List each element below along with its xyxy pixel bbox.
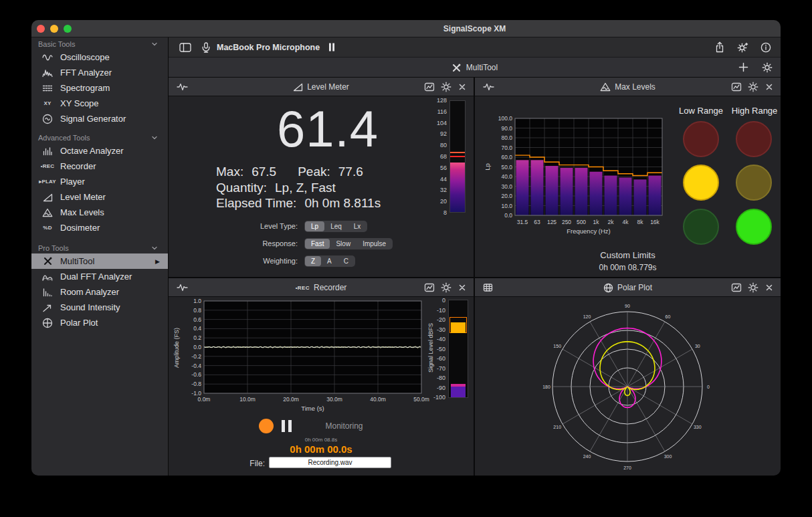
svg-text:-0.8: -0.8: [191, 381, 201, 387]
indicator-high-green: [736, 209, 772, 245]
panel-settings-button[interactable]: [748, 282, 758, 293]
svg-text:270: 270: [623, 466, 631, 470]
section-header-advanced-tools[interactable]: Advanced Tools: [38, 132, 168, 143]
svg-text:90: 90: [625, 304, 630, 308]
svg-text:300: 300: [664, 454, 672, 459]
app-settings-button[interactable]: [737, 42, 748, 53]
dosimeter-icon: %D: [39, 225, 56, 231]
svg-text:4k: 4k: [623, 219, 629, 225]
sidebar-item-octave-analyzer[interactable]: Octave Analyzer: [31, 143, 168, 159]
segment-fast[interactable]: Fast: [305, 239, 330, 249]
microphone-icon: [201, 42, 211, 53]
input-device-selector[interactable]: MacBook Pro Microphone: [217, 43, 320, 52]
sidebar-item-signal-generator[interactable]: Signal Generator: [31, 111, 168, 126]
pause-button[interactable]: [282, 420, 292, 432]
level-meter-icon: [39, 193, 56, 202]
svg-text:0.6: 0.6: [193, 316, 201, 323]
segment-lx[interactable]: Lx: [348, 221, 367, 231]
close-panel-button[interactable]: [458, 82, 467, 92]
panel-settings-button[interactable]: [441, 82, 451, 92]
weighting-row: Weighting: Z A C: [169, 255, 416, 267]
panel-settings-button[interactable]: [441, 282, 451, 293]
close-panel-button[interactable]: [765, 82, 774, 92]
close-panel-button[interactable]: [458, 283, 467, 292]
sidebar-item-spectrogram[interactable]: Spectrogram: [31, 80, 168, 96]
share-button[interactable]: [714, 41, 725, 53]
input-pause-button[interactable]: [328, 43, 335, 51]
svg-text:-0.2: -0.2: [191, 353, 201, 360]
sidebar-item-recorder[interactable]: •REC Recorder: [31, 159, 168, 174]
custom-limits-label: Custom Limits: [475, 250, 781, 260]
indicator-low-yellow: [683, 165, 719, 201]
max-levels-elapsed: 0h 00m 08.779s: [475, 263, 781, 272]
indicator-high-red: [736, 121, 772, 157]
close-panel-button[interactable]: [765, 283, 774, 292]
segment-impulse[interactable]: Impulse: [357, 239, 392, 249]
info-button[interactable]: [760, 42, 771, 53]
weighting-segmented: Z A C: [304, 255, 355, 267]
svg-text:Time (s): Time (s): [301, 405, 324, 412]
section-header-pro-tools[interactable]: Pro Tools: [38, 243, 168, 253]
sidebar-item-sound-intensity[interactable]: Sound Intensity: [31, 300, 168, 315]
segment-z[interactable]: Z: [305, 256, 321, 266]
segment-c[interactable]: C: [338, 256, 354, 266]
response-segmented: Fast Slow Impulse: [304, 238, 393, 249]
svg-text:0.0m: 0.0m: [198, 396, 211, 403]
sidebar-item-xy-scope[interactable]: XY XY Scope: [31, 96, 168, 111]
active-indicator: ▶: [155, 258, 160, 265]
segment-slow[interactable]: Slow: [330, 239, 357, 249]
sidebar-item-room-analyzer[interactable]: Room Analyzer: [31, 284, 168, 300]
svg-text:0.0: 0.0: [193, 344, 201, 350]
max-levels-icon: [600, 82, 611, 92]
segment-lp[interactable]: Lp: [305, 221, 324, 231]
title-bar: SignalScope XM: [31, 20, 781, 37]
chart-view-button[interactable]: [731, 282, 742, 293]
multitool-icon: [451, 63, 462, 73]
chart-view-button[interactable]: [731, 82, 742, 92]
multitool-title: MultiTool: [169, 58, 781, 78]
svg-text:30.0m: 30.0m: [326, 396, 342, 403]
record-button[interactable]: [259, 419, 274, 433]
sidebar-item-level-meter[interactable]: Level Meter: [31, 189, 168, 205]
file-name-input[interactable]: [269, 457, 391, 468]
room-analyzer-icon: [39, 288, 56, 297]
multitool-settings-button[interactable]: [762, 62, 773, 73]
chevron-down-icon: [150, 134, 159, 142]
svg-text:90.0: 90.0: [501, 125, 512, 132]
svg-text:10.0m: 10.0m: [239, 396, 256, 403]
section-header-basic-tools[interactable]: Basic Tools: [38, 39, 168, 49]
zoom-window-button[interactable]: [64, 25, 72, 33]
svg-text:-0.4: -0.4: [191, 363, 201, 369]
svg-text:60.0: 60.0: [501, 154, 512, 161]
toolbar: MacBook Pro Microphone: [169, 37, 781, 58]
sidebar-item-dual-fft-analyzer[interactable]: Dual FFT Analyzer: [31, 269, 168, 284]
svg-text:100.0: 100.0: [498, 115, 513, 122]
section-label: Advanced Tools: [38, 134, 90, 142]
sidebar-toggle-button[interactable]: [179, 43, 191, 52]
segment-leq[interactable]: Leq: [324, 221, 348, 231]
svg-text:240: 240: [583, 454, 591, 459]
sidebar-item-max-levels[interactable]: Max Levels: [31, 205, 168, 220]
sidebar-item-multitool[interactable]: MultiTool ▶: [31, 253, 168, 269]
file-label: File:: [230, 459, 265, 468]
level-meter-bar: [449, 100, 466, 213]
close-window-button[interactable]: [37, 25, 45, 33]
globe-icon: [603, 283, 613, 293]
segment-a[interactable]: A: [321, 256, 338, 266]
rec-icon: •REC: [296, 285, 310, 291]
minimize-window-button[interactable]: [50, 25, 58, 33]
sidebar-item-dosimeter[interactable]: %D Dosimeter: [31, 220, 168, 235]
level-meter-icon: [293, 82, 303, 92]
sidebar-item-player[interactable]: ▸PLAY Player: [31, 174, 168, 189]
sidebar-item-polar-plot[interactable]: Polar Plot: [31, 315, 168, 330]
panel-settings-button[interactable]: [748, 82, 758, 92]
svg-text:60: 60: [666, 314, 671, 319]
chart-view-button[interactable]: [424, 282, 435, 293]
svg-text:20.0m: 20.0m: [283, 396, 299, 403]
add-tool-button[interactable]: [738, 62, 748, 73]
chart-view-button[interactable]: [424, 82, 435, 92]
svg-text:50.0: 50.0: [501, 164, 512, 171]
sidebar-item-fft-analyzer[interactable]: FFT Analyzer: [31, 65, 168, 80]
input-signal-icon: [177, 82, 188, 92]
sidebar-item-oscilloscope[interactable]: Oscilloscope: [31, 49, 168, 65]
